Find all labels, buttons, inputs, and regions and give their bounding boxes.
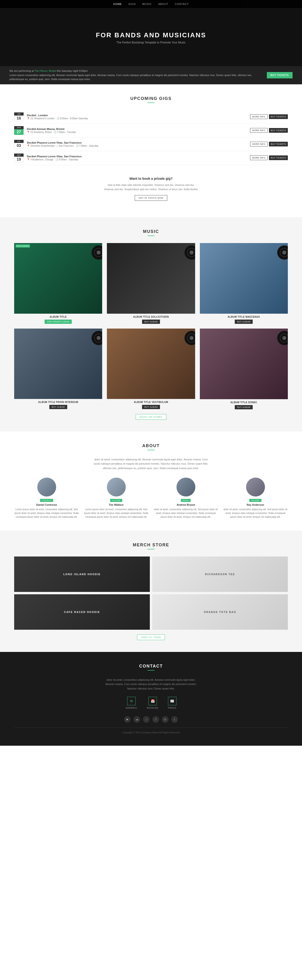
social-twitter[interactable]: t	[171, 716, 178, 723]
nav-gigs[interactable]: GIGS	[128, 3, 136, 5]
album-buy-button[interactable]: BUY ALBUM	[142, 405, 160, 409]
album-card: Album Title Maecenas BUY ALBUM	[200, 243, 288, 324]
buy-tickets-button[interactable]: BUY TICKETS	[269, 142, 288, 146]
social-facebook[interactable]: f	[152, 716, 159, 723]
announce-body: Lorem ipsum consectetur adipiscing elit.…	[9, 74, 252, 81]
contact-title: CONTACT	[14, 664, 288, 669]
announce-buy-button[interactable]: BUY TICKETS	[267, 72, 293, 78]
merch-item[interactable]: Cafe Racer Hoodie	[14, 594, 150, 630]
more-info-button[interactable]: MORE INFO	[250, 156, 267, 160]
merch-title: MERCH STORE	[14, 542, 288, 547]
more-info-button[interactable]: MORE INFO	[250, 115, 267, 119]
member-photo-inner	[177, 477, 195, 496]
band-member: DRUMS Ray Anderson dolor sit amet, conse…	[223, 477, 288, 519]
more-info-button[interactable]: MORE INFO	[250, 142, 267, 146]
contact-icon-box: 📅	[149, 697, 157, 705]
merch-section: MERCH STORE Long Island Hoodie Richardso…	[0, 531, 302, 652]
navigation: HOME GIGS MUSIC ABOUT CONTACT	[0, 0, 302, 8]
member-photo	[37, 477, 56, 496]
social-instagram[interactable]: ◎	[162, 716, 168, 723]
album-card: Album Title Vestibulum BUY ALBUM	[107, 329, 195, 409]
gig-row: SEP 19 Decibel Phasera Lorem Vitae, San …	[14, 151, 288, 165]
contact-icon-box: 📰	[168, 697, 177, 705]
buy-tickets-button[interactable]: BUY TICKETS	[269, 115, 288, 119]
gig-venue: 📍 # Auditorium, Chicago 🕐 6:00am - Satur…	[27, 158, 250, 161]
nav-home[interactable]: HOME	[113, 3, 122, 5]
member-role: DRUMS	[249, 499, 261, 502]
album-cover	[200, 243, 288, 314]
album-title: Album Title Vestibulum	[107, 401, 195, 403]
gig-name: Decibel , London	[27, 114, 250, 117]
nav-music[interactable]: MUSIC	[142, 3, 152, 5]
gig-date: APR 27	[14, 126, 24, 135]
about-underline	[147, 450, 155, 450]
itunes-button[interactable]: MUSIC ON ITUNES	[136, 414, 166, 420]
contact-underline	[147, 670, 155, 671]
gig-month: JUL	[14, 140, 24, 143]
nav-contact[interactable]: CONTACT	[175, 3, 189, 5]
merch-bg: Long Island Hoodie	[14, 557, 150, 592]
gig-info: Decibel Phasera Lorem Vitae, San Francis…	[27, 141, 250, 147]
album-vinyl	[185, 331, 195, 345]
gig-venue: 📍 Shoreline Amphitheater — San Francisco…	[27, 145, 250, 147]
announce-suffix: this Saturday night 9:00pm	[56, 70, 88, 72]
album-vinyl	[277, 331, 288, 345]
gig-day: 03	[14, 143, 24, 149]
album-buy-button[interactable]: BUY ALBUM	[235, 405, 253, 409]
merch-item[interactable]: Richardson Tee	[152, 557, 288, 592]
album-buy-button[interactable]: PRE-ORDER ALBUM	[44, 320, 72, 324]
album-cover: NEW ALBUM	[14, 243, 102, 314]
announce-venue-link[interactable]: The Fleece, Bristol	[35, 70, 56, 72]
album-cover	[107, 329, 195, 399]
gig-name: Decibel Aenean Massa, Bristol	[27, 127, 250, 130]
contact-icons: ✉ GENERAL 📅 BOOKING 📰 PRESS	[14, 697, 288, 709]
contact-section: CONTACT dolor sit amet, consectetur adip…	[0, 652, 302, 746]
contact-icon-item[interactable]: ✉ GENERAL	[125, 697, 137, 709]
gig-actions: MORE INFO BUY TICKETS	[250, 156, 288, 160]
merch-item[interactable]: Orange Tote Bag	[152, 594, 288, 630]
member-photo-inner	[37, 477, 56, 496]
member-role: BASS	[181, 499, 191, 502]
announce-text: We are performing at The Fleece, Bristol…	[9, 69, 267, 81]
merch-grid: Long Island Hoodie Richardson Tee Cafe R…	[14, 557, 288, 630]
music-underline	[147, 235, 155, 236]
gig-name: Decibel Phasera Lorem Vitae, San Francis…	[27, 155, 250, 158]
album-buy-button[interactable]: BUY ALBUM	[235, 320, 253, 324]
social-youtube[interactable]: ▶	[124, 716, 131, 723]
band-member: VOCALS Daniel Contreras Lorem ipsum dolo…	[14, 477, 79, 519]
album-vinyl	[92, 245, 102, 259]
hero-subtitle: The Perfect Bootstrap Template to Promot…	[117, 41, 186, 44]
gig-date: JAN 16	[14, 113, 24, 121]
nav-about[interactable]: ABOUT	[158, 3, 168, 5]
album-buy-button[interactable]: BUY ALBUM	[142, 320, 160, 324]
contact-icon-item[interactable]: 📅 BOOKING	[147, 697, 158, 709]
gig-day: 19	[14, 157, 24, 162]
member-name: Ray Anderson	[223, 503, 288, 506]
social-soundcloud[interactable]: ☁	[134, 716, 140, 723]
member-photo	[107, 477, 126, 496]
merch-label: Orange Tote Bag	[204, 611, 236, 613]
merch-item[interactable]: Long Island Hoodie	[14, 557, 150, 592]
album-buy-button[interactable]: BUY ALBUM	[49, 405, 67, 409]
music-section: MUSIC NEW ALBUM Album Title PRE-ORDER AL…	[0, 217, 302, 431]
album-vinyl	[185, 245, 195, 259]
hero-title: FOR BANDS AND MUSICIANS	[96, 32, 206, 39]
get-in-touch-button[interactable]: GET IN TOUCH NOW	[135, 195, 168, 201]
gigs-title: UPCOMING GIGS	[14, 96, 288, 101]
buy-tickets-button[interactable]: BUY TICKETS	[269, 156, 288, 160]
merch-label: Cafe Racer Hoodie	[64, 611, 100, 613]
about-body: dolor sit amet, consectetur adipiscing e…	[92, 457, 210, 471]
private-gig-title: Want to book a private gig?	[19, 177, 283, 180]
social-spotify[interactable]: ♪	[143, 716, 150, 723]
member-photo-inner	[107, 477, 126, 496]
more-info-button[interactable]: MORE INFO	[250, 128, 267, 133]
buy-tickets-button[interactable]: BUY TICKETS	[269, 128, 288, 133]
album-card: Album Title Proin Interdum BUY ALBUM	[14, 329, 102, 409]
member-name: Daniel Contreras	[14, 503, 79, 506]
album-card: NEW ALBUM Album Title PRE-ORDER ALBUM	[14, 243, 102, 324]
social-icons: ▶ ☁ ♪ f ◎ t	[14, 716, 288, 723]
gig-month: JAN	[14, 113, 24, 116]
view-all-button[interactable]: VIEW ALL ITEMS	[137, 635, 165, 640]
contact-icon-item[interactable]: 📰 PRESS	[168, 697, 177, 709]
merch-bg: Richardson Tee	[152, 557, 288, 592]
